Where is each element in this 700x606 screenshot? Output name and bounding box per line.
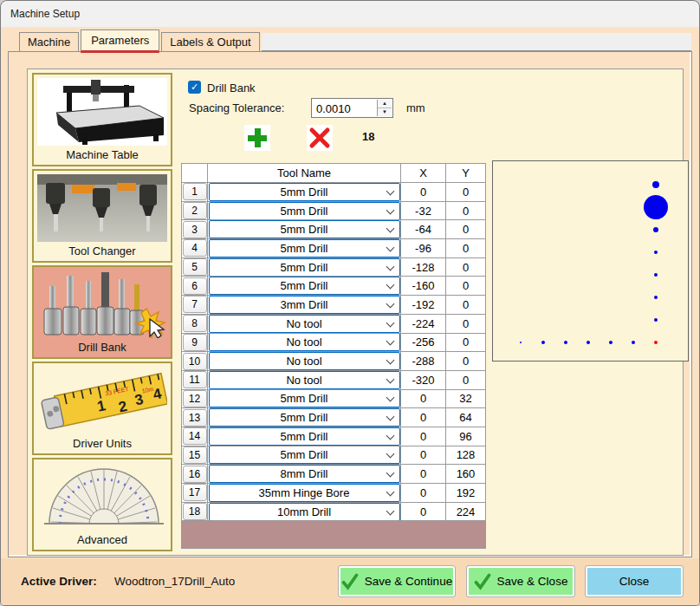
row-number-button[interactable]: 7 (183, 296, 207, 313)
tool-name-dropdown[interactable]: 5mm Drill (209, 427, 400, 446)
y-value-cell[interactable]: 96 (446, 427, 486, 446)
tool-name-dropdown[interactable]: 5mm Drill (209, 220, 400, 238)
tool-name-dropdown[interactable]: No tool (209, 352, 400, 370)
spacing-tolerance-input[interactable]: 0.0010 ▲▼ (311, 98, 393, 118)
x-value-cell[interactable]: -320 (401, 371, 446, 390)
x-value-cell[interactable]: 0 (401, 484, 446, 503)
y-value-cell[interactable]: 0 (446, 315, 486, 334)
row-number-button[interactable]: 6 (183, 277, 207, 295)
y-value-cell[interactable]: 0 (446, 334, 486, 353)
drill-dot (541, 341, 545, 344)
y-value-cell[interactable]: 64 (446, 408, 486, 427)
tool-name-dropdown[interactable]: 5mm Drill (209, 183, 400, 201)
y-value-cell[interactable]: 128 (446, 446, 486, 466)
y-value-cell[interactable]: 0 (446, 239, 486, 258)
x-value-cell[interactable]: -160 (401, 277, 446, 296)
x-value-cell[interactable]: 0 (401, 390, 446, 409)
drill-bank-checkbox[interactable]: ✓ (188, 81, 201, 94)
spinner-up-icon[interactable]: ▲ (378, 100, 392, 108)
tool-name-value: 5mm Drill (281, 205, 328, 218)
x-value-cell[interactable]: -288 (401, 352, 446, 371)
table-row: 11 No tool -320 0 (182, 371, 486, 390)
row-number-button[interactable]: 4 (183, 239, 207, 257)
row-number-button[interactable]: 12 (183, 390, 207, 407)
tool-name-dropdown[interactable]: No tool (209, 334, 400, 352)
row-number-button[interactable]: 13 (183, 409, 207, 427)
delete-tool-button[interactable] (307, 125, 333, 151)
sidebar-item-tool-changer[interactable]: Tool Changer (32, 169, 172, 263)
tool-name-value: 10mm Drill (277, 505, 331, 518)
machine-setup-dialog: Machine Setup Machine Parameters Labels … (0, 0, 700, 606)
tool-name-dropdown[interactable]: 5mm Drill (209, 390, 400, 408)
row-number-button[interactable]: 8 (183, 315, 207, 332)
tool-name-dropdown[interactable]: 5mm Drill (209, 277, 400, 295)
tool-name-dropdown[interactable]: 5mm Drill (209, 408, 400, 427)
close-button[interactable]: Close (586, 566, 683, 596)
x-value-cell[interactable]: -64 (401, 220, 446, 239)
y-value-cell[interactable]: 32 (446, 390, 486, 409)
row-number-button[interactable]: 16 (183, 466, 207, 483)
tab-parameters[interactable]: Parameters (81, 29, 159, 53)
x-value-cell[interactable]: 0 (401, 446, 446, 466)
sidebar-item-drill-bank[interactable]: Drill Bank (32, 265, 172, 359)
row-number-button[interactable]: 17 (183, 484, 207, 501)
row-number-button[interactable]: 15 (183, 446, 207, 464)
sidebar-item-driver-units[interactable]: 1 2 3 4 33 FEET 10m Driver Units (32, 362, 172, 455)
y-value-cell[interactable]: 192 (446, 484, 486, 503)
y-value-cell[interactable]: 0 (446, 220, 486, 239)
y-value-cell[interactable]: 0 (446, 202, 486, 221)
x-value-cell[interactable]: -192 (401, 296, 446, 315)
row-number-button[interactable]: 5 (183, 258, 207, 276)
row-number-button[interactable]: 1 (183, 183, 207, 200)
drill-dot (564, 341, 567, 344)
y-value-cell[interactable]: 0 (446, 296, 486, 315)
header-y: Y (446, 164, 486, 183)
table-row: 10 No tool -288 0 (182, 352, 486, 371)
tab-machine[interactable]: Machine (19, 32, 79, 51)
tool-name-dropdown[interactable]: No tool (209, 371, 400, 389)
sidebar-item-advanced[interactable]: Advanced (32, 458, 172, 551)
add-tool-button[interactable] (244, 125, 270, 151)
sidebar-item-machine-table[interactable]: Machine Table (32, 73, 172, 166)
row-number-button[interactable]: 10 (183, 353, 207, 370)
y-value-cell[interactable]: 0 (446, 183, 486, 202)
tool-name-dropdown[interactable]: 3mm Drill (209, 296, 400, 314)
save-and-close-button[interactable]: Save & Close (467, 566, 574, 596)
x-value-cell[interactable]: -96 (401, 239, 446, 258)
tool-name-dropdown[interactable]: 10mm Drill (209, 503, 400, 521)
row-number-button[interactable]: 18 (183, 503, 207, 520)
y-value-cell[interactable]: 0 (446, 371, 486, 390)
row-number-button[interactable]: 11 (183, 371, 207, 388)
spinner-down-icon[interactable]: ▼ (378, 108, 392, 116)
tool-name-dropdown[interactable]: 5mm Drill (209, 239, 400, 257)
tool-name-dropdown[interactable]: 8mm Drill (209, 465, 400, 483)
x-value-cell[interactable]: -128 (401, 258, 446, 277)
x-value-cell[interactable]: -224 (401, 315, 446, 334)
x-value-cell[interactable]: 0 (401, 503, 446, 522)
chevron-down-icon (386, 186, 394, 195)
save-and-continue-button[interactable]: Save & Continue (339, 566, 455, 596)
drill-bank-image (37, 270, 167, 338)
y-value-cell[interactable]: 224 (446, 503, 486, 522)
x-value-cell[interactable]: -256 (401, 334, 446, 353)
y-value-cell[interactable]: 0 (446, 352, 486, 371)
row-number-button[interactable]: 3 (183, 221, 207, 238)
x-value-cell[interactable]: 0 (401, 427, 446, 446)
row-number-button[interactable]: 14 (183, 427, 207, 445)
y-value-cell[interactable]: 160 (446, 465, 486, 484)
x-value-cell[interactable]: 0 (401, 183, 446, 202)
tool-name-dropdown[interactable]: 35mm Hinge Bore (209, 484, 400, 502)
tool-name-dropdown[interactable]: 5mm Drill (209, 446, 400, 465)
x-value-cell[interactable]: 0 (401, 465, 446, 484)
tool-name-dropdown[interactable]: No tool (209, 315, 400, 333)
tab-labels-output[interactable]: Labels & Output (161, 32, 259, 51)
tool-name-dropdown[interactable]: 5mm Drill (209, 258, 400, 277)
y-value-cell[interactable]: 0 (446, 277, 486, 296)
y-value-cell[interactable]: 0 (446, 258, 486, 277)
tool-name-dropdown[interactable]: 5mm Drill (209, 202, 400, 220)
row-number-button[interactable]: 2 (183, 202, 207, 219)
x-value-cell[interactable]: -32 (401, 202, 446, 221)
x-value-cell[interactable]: 0 (401, 408, 446, 427)
row-number-button[interactable]: 9 (183, 334, 207, 351)
table-filler-row (182, 521, 486, 549)
